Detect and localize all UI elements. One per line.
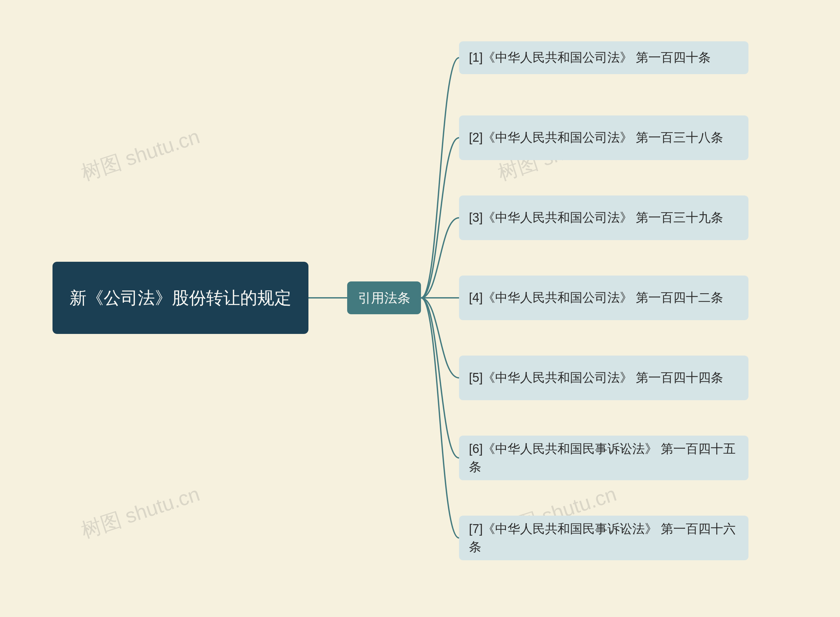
leaf-node[interactable]: [1]《中华人民共和国公司法》 第一百四十条 bbox=[459, 41, 748, 74]
leaf-text: [1]《中华人民共和国公司法》 第一百四十条 bbox=[469, 49, 711, 66]
leaf-node[interactable]: [2]《中华人民共和国公司法》 第一百三十八条 bbox=[459, 115, 748, 160]
leaf-text: [5]《中华人民共和国公司法》 第一百四十四条 bbox=[469, 369, 723, 387]
leaf-text: [3]《中华人民共和国公司法》 第一百三十九条 bbox=[469, 209, 723, 227]
leaf-node[interactable]: [6]《中华人民共和国民事诉讼法》 第一百四十五条 bbox=[459, 435, 748, 480]
watermark: 树图 shutu.cn bbox=[77, 123, 203, 187]
leaf-node[interactable]: [5]《中华人民共和国公司法》 第一百四十四条 bbox=[459, 356, 748, 400]
branch-node[interactable]: 引用法条 bbox=[347, 282, 421, 314]
leaf-text: [2]《中华人民共和国公司法》 第一百三十八条 bbox=[469, 128, 723, 147]
branch-label: 引用法条 bbox=[358, 289, 410, 307]
root-title: 新《公司法》股份转让的规定 bbox=[69, 285, 291, 311]
leaf-node[interactable]: [4]《中华人民共和国公司法》 第一百四十二条 bbox=[459, 276, 748, 320]
leaf-text: [4]《中华人民共和国公司法》 第一百四十二条 bbox=[469, 289, 723, 307]
leaf-text: [7]《中华人民共和国民事诉讼法》 第一百四十六条 bbox=[469, 520, 739, 556]
watermark: 树图 shutu.cn bbox=[77, 480, 203, 545]
leaf-text: [6]《中华人民共和国民事诉讼法》 第一百四十五条 bbox=[469, 440, 739, 476]
leaf-node[interactable]: [7]《中华人民共和国民事诉讼法》 第一百四十六条 bbox=[459, 516, 748, 560]
leaf-node[interactable]: [3]《中华人民共和国公司法》 第一百三十九条 bbox=[459, 195, 748, 240]
root-node[interactable]: 新《公司法》股份转让的规定 bbox=[53, 262, 309, 334]
